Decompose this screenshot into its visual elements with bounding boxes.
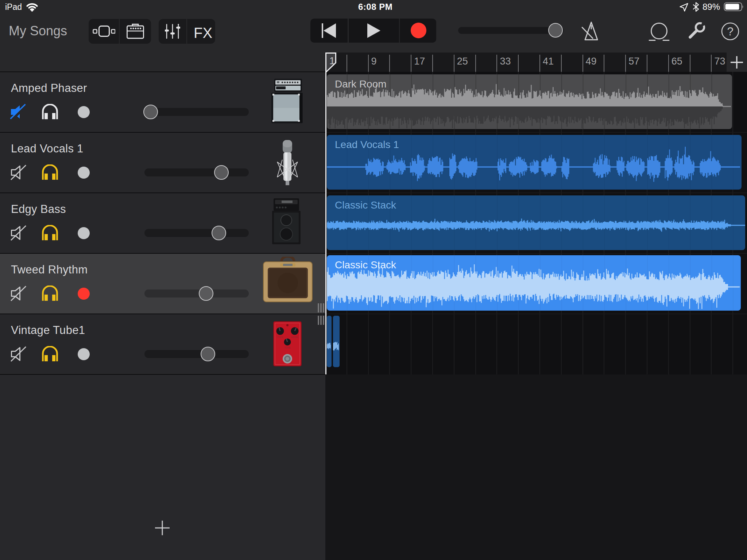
svg-text:FUZZ: FUZZ [277, 336, 283, 338]
svg-text:1: 1 [329, 55, 335, 66]
svg-text:LEVEL: LEVEL [291, 336, 299, 338]
svg-text:TONE: TONE [284, 346, 291, 349]
svg-text:?: ? [727, 25, 733, 38]
